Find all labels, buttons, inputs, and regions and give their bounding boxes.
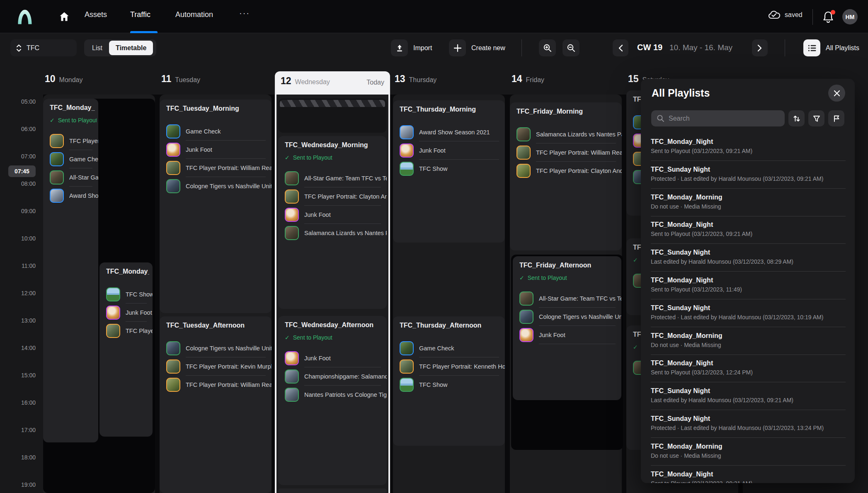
playlist-list-item[interactable]: TFC_Sunday NightLast edited by Harald Mo… [651, 248, 846, 275]
playlist-item[interactable]: TFC Player Portrait: William Ready [160, 376, 272, 394]
playlist-name: TFC_Monday_Night [651, 138, 713, 146]
playlist-item[interactable]: Salamanca Lizards vs Nantes Patriots [510, 125, 622, 143]
team-thumbnail [166, 179, 180, 193]
view-timetable-button[interactable]: Timetable [109, 41, 153, 55]
nav-item-automation[interactable]: Automation [175, 10, 213, 19]
playlist-list-item[interactable]: TFC_Sunday NightProtected · Last edited … [651, 303, 846, 330]
top-nav: Assets Traffic Automation ··· saved HM [0, 0, 868, 33]
playlist-item-label: TFC Player Portrait: Kenneth Holden [419, 363, 505, 370]
playlist-list-item[interactable]: TFC_Monday_MorningDo not use · Media Mis… [651, 442, 846, 469]
playlist-list-item[interactable]: TFC_Sunday NightLast edited by Harald Mo… [651, 386, 846, 413]
create-new-button[interactable]: Create new [449, 39, 505, 56]
playlist-item[interactable]: TFC Player Portrait: Clayton Anderson [510, 162, 622, 180]
playlist-item[interactable]: Junk Foot [278, 206, 387, 224]
playlist-item[interactable]: Award Show [43, 187, 98, 205]
playlist-card[interactable]: TFC_Friday_MorningSalamanca Lizards vs N… [510, 102, 622, 250]
playlist-item[interactable]: TFC Player Portrait: Kenneth Holden [393, 357, 505, 376]
playlist-list-item[interactable]: TFC_Monday_NightSent to Playout (03/12/2… [651, 469, 846, 483]
sort-icon[interactable] [788, 110, 805, 126]
playlist-card-title: TFC_Tuesday_Morning [166, 105, 268, 112]
prev-week-button[interactable] [613, 39, 628, 56]
nav-more-icon[interactable]: ··· [239, 8, 250, 18]
playlist-card[interactable]: TFC_Thursday_MorningAward Show Season 20… [393, 100, 505, 243]
playlist-card[interactable] [278, 488, 387, 493]
food-thumbnail [400, 143, 414, 158]
nav-item-traffic[interactable]: Traffic [130, 10, 150, 19]
list-divider [651, 299, 846, 299]
user-avatar[interactable]: HM [842, 9, 858, 24]
playlist-item-label: Salamanca Lizards vs Nantes Patriots [536, 131, 622, 138]
playlist-item[interactable]: Championshipgame: Salamanca Lizards [278, 367, 387, 386]
playlist-card-title: TFC_Monday_Morning [50, 104, 95, 112]
playlist-list-item[interactable]: TFC_Monday_MorningDo not use · Media Mis… [651, 331, 846, 358]
filter-icon[interactable] [808, 110, 824, 126]
playlist-card[interactable]: TFC_Wednesday_Afternoon✓Sent to PlayoutJ… [278, 316, 387, 485]
playlist-card[interactable]: TFC_Friday_Afternoon✓Sent to PlayoutAll-… [513, 256, 621, 400]
playlist-item[interactable]: Game Check [393, 339, 505, 357]
playlist-list-item[interactable]: TFC_Monday_MorningDo not use · Media Mis… [651, 192, 846, 220]
view-list-button[interactable]: List [85, 41, 109, 55]
playlist-item-label: TFC Player Portrait [69, 138, 98, 144]
close-icon[interactable] [828, 85, 845, 102]
playlist-item[interactable]: Cologne Tigers vs Nashville United [160, 339, 272, 357]
playlist-list-item[interactable]: TFC_Sunday NightProtected · Last edited … [651, 414, 846, 441]
playlist-item[interactable]: TFC Show [393, 376, 505, 394]
playlist-item[interactable]: Nantes Patriots vs Cologne Tigers [278, 386, 387, 404]
playlist-item[interactable]: All-Star Game: Team TFC vs Team [278, 169, 387, 187]
playlist-name: TFC_Sunday Night [651, 387, 710, 395]
playlist-item[interactable]: Award Show Season 2021 [393, 123, 505, 141]
playlist-status: Protected · Last edited by Harald Mounso… [651, 314, 823, 321]
playlist-item[interactable]: TFC Player Portrait: Kevin Murphy [160, 357, 272, 376]
zoom-out-button[interactable] [563, 39, 579, 56]
playlist-card-title: TFC_Friday_Morning [516, 108, 618, 115]
nav-item-assets[interactable]: Assets [85, 10, 107, 19]
playlist-card[interactable]: TFC_Tuesday_AfternoonCologne Tigers vs N… [160, 316, 272, 493]
week-range: 10. May - 16. May [669, 43, 732, 52]
playlist-item[interactable]: TFC Player Portrait [99, 322, 153, 340]
playlist-list-item[interactable]: TFC_Sunday NightProtected · Last edited … [651, 165, 846, 192]
playlist-item[interactable]: All-Star Game: Team TFC vs Team [513, 289, 621, 308]
playlist-item[interactable]: Junk Foot [513, 326, 621, 344]
zoom-in-button[interactable] [539, 39, 556, 56]
playlist-list-item[interactable]: TFC_Monday_NightSent to Playout (03/12/2… [651, 358, 846, 386]
import-button[interactable]: Import [391, 39, 432, 56]
playlist-item[interactable]: Junk Foot [99, 304, 153, 322]
playlist-item[interactable]: TFC Player Portrait: William Ready [160, 159, 272, 177]
flag-icon[interactable] [828, 110, 844, 126]
playlist-item-label: TFC Show [419, 165, 505, 172]
channel-select[interactable]: TFC [10, 39, 77, 56]
playlist-item[interactable]: TFC Player Portrait: William Ready [510, 143, 622, 162]
notifications-bell-icon[interactable] [822, 11, 835, 23]
playlist-card[interactable]: TFC_Tuesday_MorningGame CheckJunk FootTF… [160, 100, 272, 313]
playlist-item[interactable]: All-Star Game [43, 168, 98, 187]
status-text: Sent to Playout [293, 334, 332, 341]
playlist-item[interactable]: Game Check [43, 150, 98, 168]
playlist-item[interactable]: Cologne Tigers vs Nashville United [160, 177, 272, 195]
playlist-item[interactable]: TFC Player Portrait [43, 132, 98, 150]
playlist-item[interactable]: TFC Player Portrait: Clayton Anderson [278, 187, 387, 206]
search-input[interactable] [669, 110, 781, 126]
playlist-item[interactable]: Game Check [160, 122, 272, 141]
playlist-items: Cologne Tigers vs Nashville UnitedTFC Pl… [160, 339, 272, 394]
playlist-item[interactable]: Junk Foot [278, 349, 387, 367]
cloud-saved-icon [768, 10, 781, 20]
playlist-list-item[interactable]: TFC_Monday_NightSent to Playout (03/12/2… [651, 137, 846, 164]
playlist-card[interactable]: TFC_Monday_AfternoonTFC ShowJunk FootTFC… [99, 262, 153, 437]
playlist-item[interactable]: TFC Show [99, 285, 153, 304]
playlist-item-label: All-Star Game: Team TFC vs Team [539, 295, 621, 302]
all-playlists-button[interactable]: All Playlists [803, 39, 859, 56]
toolbar-divider-2 [785, 39, 785, 56]
playlist-item[interactable]: Cologne Tigers vs Nashville United [513, 308, 621, 326]
playlist-card[interactable]: TFC_Wednesday_Morning✓Sent to PlayoutAll… [278, 136, 387, 309]
home-icon[interactable] [58, 11, 70, 22]
playlist-item[interactable]: Junk Foot [160, 141, 272, 159]
playlist-card[interactable]: TFC_Monday_Morning✓Sent to PlayoutTFC Pl… [43, 99, 98, 442]
landscape-thumbnail [400, 162, 414, 176]
playlist-list-item[interactable]: TFC_Monday_NightSent to Playout (03/12/2… [651, 275, 846, 303]
playlist-item[interactable]: Salamanca Lizards vs Nantes Patriots [278, 224, 387, 242]
playlist-item[interactable]: TFC Show [393, 160, 505, 178]
playlist-card[interactable]: TFC_Thursday_AfternoonGame CheckTFC Play… [393, 316, 505, 446]
playlist-item[interactable]: Junk Foot [393, 141, 505, 160]
playlist-list-item[interactable]: TFC_Monday_NightSent to Playout (03/12/2… [651, 220, 846, 247]
next-week-button[interactable] [752, 39, 768, 56]
